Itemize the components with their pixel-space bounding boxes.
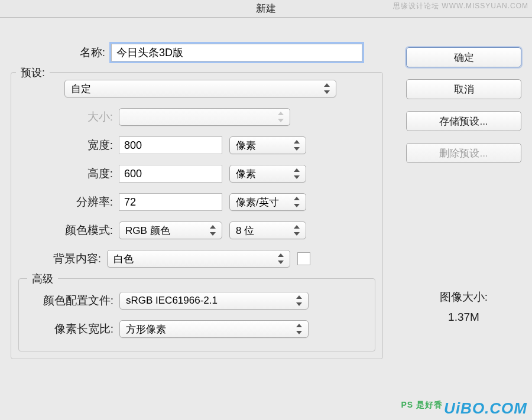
name-row: 名称: bbox=[11, 44, 383, 61]
resolution-label: 分辨率: bbox=[18, 194, 119, 210]
height-unit-value: 像素 bbox=[236, 167, 256, 181]
stepper-icon bbox=[294, 168, 302, 179]
ok-button[interactable]: 确定 bbox=[406, 47, 521, 67]
bg-label: 背景内容: bbox=[18, 251, 107, 266]
color-mode-select[interactable]: RGB 颜色 bbox=[119, 222, 222, 239]
delete-preset-button: 删除预设... bbox=[406, 143, 521, 163]
button-column: 确定 取消 存储预设... 删除预设... 图像大小: 1.37M bbox=[406, 47, 521, 327]
profile-select[interactable]: sRGB IEC61966-2.1 bbox=[119, 292, 309, 310]
image-size-label: 图像大小: bbox=[406, 287, 521, 307]
aspect-select[interactable]: 方形像素 bbox=[119, 320, 309, 338]
image-size-info: 图像大小: 1.37M bbox=[406, 287, 521, 327]
advanced-fieldset: 高级 颜色配置文件: sRGB IEC61966-2.1 像素长宽比: 方形像素 bbox=[18, 278, 375, 351]
stepper-icon bbox=[324, 83, 332, 94]
bg-value: 白色 bbox=[113, 252, 134, 266]
preset-select[interactable]: 自定 bbox=[64, 80, 336, 97]
resolution-unit-value: 像素/英寸 bbox=[236, 196, 279, 209]
stepper-icon bbox=[278, 253, 286, 264]
width-input[interactable] bbox=[119, 136, 222, 154]
advanced-legend: 高级 bbox=[27, 272, 58, 286]
image-size-value: 1.37M bbox=[406, 307, 521, 327]
color-mode-value: RGB 颜色 bbox=[125, 224, 170, 237]
stepper-icon bbox=[278, 112, 286, 122]
cancel-button[interactable]: 取消 bbox=[406, 79, 521, 99]
watermark-top: 思缘设计论坛 WWW.MISSYUAN.COM bbox=[393, 1, 528, 11]
preset-label: 预设: bbox=[21, 67, 45, 79]
stepper-icon bbox=[296, 324, 304, 334]
height-input[interactable] bbox=[119, 165, 222, 183]
watermark-bottom: PS 是好香UiBO.COM bbox=[401, 399, 527, 418]
preset-fieldset: 预设: 自定 大小: 宽度: bbox=[11, 72, 383, 359]
stepper-icon bbox=[210, 225, 218, 236]
height-unit-select[interactable]: 像素 bbox=[229, 165, 306, 183]
name-label: 名称: bbox=[11, 45, 111, 60]
form-area: 名称: 预设: 自定 大小: bbox=[11, 44, 383, 359]
bg-color-swatch[interactable] bbox=[297, 252, 310, 265]
bg-select[interactable]: 白色 bbox=[107, 250, 290, 268]
stepper-icon bbox=[294, 197, 302, 207]
size-label: 大小: bbox=[18, 109, 119, 125]
stepper-icon bbox=[294, 225, 302, 236]
height-label: 高度: bbox=[18, 166, 119, 181]
new-document-dialog: 确定 取消 存储预设... 删除预设... 图像大小: 1.37M 名称: 预设… bbox=[0, 18, 532, 420]
name-input[interactable] bbox=[111, 44, 362, 61]
aspect-value: 方形像素 bbox=[126, 323, 166, 336]
color-depth-value: 8 位 bbox=[236, 224, 254, 237]
aspect-label: 像素长宽比: bbox=[26, 321, 119, 337]
width-unit-value: 像素 bbox=[236, 139, 256, 152]
color-mode-label: 颜色模式: bbox=[18, 223, 119, 238]
watermark-ps: PS 是好香 bbox=[401, 400, 443, 409]
save-preset-button[interactable]: 存储预设... bbox=[406, 111, 521, 131]
size-select bbox=[119, 108, 290, 126]
profile-label: 颜色配置文件: bbox=[26, 293, 119, 308]
color-depth-select[interactable]: 8 位 bbox=[229, 222, 306, 239]
preset-value: 自定 bbox=[71, 82, 91, 96]
resolution-input[interactable] bbox=[119, 193, 222, 211]
profile-value: sRGB IEC61966-2.1 bbox=[126, 295, 218, 307]
width-label: 宽度: bbox=[18, 138, 119, 153]
stepper-icon bbox=[296, 295, 304, 306]
resolution-unit-select[interactable]: 像素/英寸 bbox=[229, 193, 306, 211]
stepper-icon bbox=[294, 140, 302, 151]
width-unit-select[interactable]: 像素 bbox=[229, 136, 306, 154]
